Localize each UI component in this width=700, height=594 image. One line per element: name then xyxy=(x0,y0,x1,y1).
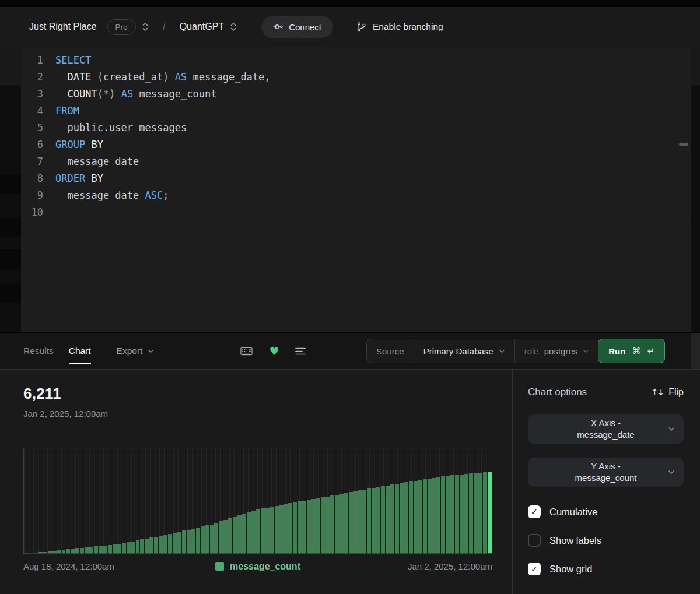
checkbox-label: Show grid xyxy=(550,564,592,575)
legend-swatch-icon xyxy=(215,562,224,571)
chart-bar xyxy=(140,539,144,553)
align-lines-icon[interactable] xyxy=(295,347,306,356)
chart-bar xyxy=(441,476,445,553)
x-axis-start-label: Aug 18, 2024, 12:00am xyxy=(23,561,114,571)
code-line[interactable]: 1SELECT xyxy=(21,51,691,68)
y-axis-select[interactable]: Y Axis - message_count xyxy=(528,458,684,487)
run-button[interactable]: Run ⌘ ↵ xyxy=(598,339,665,363)
chart-bar xyxy=(75,548,79,553)
chart-bar xyxy=(159,536,163,553)
enable-branching-button[interactable]: Enable branching xyxy=(356,22,443,32)
checkbox-cumulative[interactable]: ✓Cumulative xyxy=(528,505,684,518)
line-number: 10 xyxy=(21,206,43,218)
flip-button[interactable]: ↑↓ Flip xyxy=(651,387,684,398)
project-switcher-chevrons-icon[interactable] xyxy=(230,22,237,32)
latest-value: 6,211 xyxy=(23,385,492,403)
right-rail-top-block xyxy=(691,47,700,85)
code-line[interactable]: 8ORDER BY xyxy=(21,170,691,187)
chart-bar xyxy=(432,478,436,554)
chart-bar xyxy=(205,525,209,553)
chart-bar xyxy=(446,476,450,553)
code-text: FROM xyxy=(55,105,79,117)
checkbox-checked-icon[interactable]: ✓ xyxy=(528,563,541,575)
chart-bar xyxy=(455,475,459,553)
x-axis-select[interactable]: X Axis - message_date xyxy=(528,414,684,444)
chart-bar xyxy=(312,499,316,553)
left-rail-item[interactable] xyxy=(0,249,21,269)
tab-chart[interactable]: Chart xyxy=(69,346,91,356)
chart-bar xyxy=(418,480,422,553)
database-select[interactable]: Primary Database xyxy=(414,339,515,363)
line-number: 7 xyxy=(21,156,43,167)
latest-value-date: Jan 2, 2025, 12:00am xyxy=(23,409,492,419)
keyboard-icon[interactable] xyxy=(240,347,253,356)
checkbox-checked-icon[interactable]: ✓ xyxy=(528,505,541,518)
code-text: public.user_messages xyxy=(55,122,187,133)
left-rail-item[interactable] xyxy=(0,218,21,237)
left-rail-item[interactable] xyxy=(0,283,21,303)
chart-bar xyxy=(326,497,330,553)
chart-bar xyxy=(409,481,413,553)
chart-bar xyxy=(302,501,306,553)
plot-area xyxy=(23,448,492,554)
chart-bar xyxy=(62,550,66,553)
chart-bar xyxy=(99,546,103,553)
chart-bar xyxy=(270,507,274,553)
export-menu-button[interactable]: Export xyxy=(117,346,155,356)
chart-bar xyxy=(187,530,191,554)
chart-bar xyxy=(293,502,297,553)
chevron-down-icon xyxy=(668,427,675,431)
code-line[interactable]: 9 message_date ASC; xyxy=(21,187,691,203)
chart-bar xyxy=(362,490,366,553)
chart-section: 6,211 Jan 2, 2025, 12:00am Aug 18, 2024,… xyxy=(0,369,700,594)
chart-bar xyxy=(233,517,237,553)
code-line[interactable]: 3 COUNT(*) AS message_count xyxy=(21,85,691,102)
code-line[interactable]: 2 DATE (created_at) AS message_date, xyxy=(21,68,691,85)
toolbar-scrollbar-block[interactable] xyxy=(691,333,700,369)
left-rail-item[interactable] xyxy=(0,175,21,194)
export-label: Export xyxy=(117,346,143,356)
chevron-down-icon xyxy=(148,349,154,353)
heart-icon[interactable]: ♥ xyxy=(269,345,279,357)
chart-bar xyxy=(228,518,232,553)
connect-button[interactable]: Connect xyxy=(261,16,333,38)
checkbox-show-labels[interactable]: Show labels xyxy=(528,534,684,547)
editor-scrollbar-thumb[interactable] xyxy=(679,143,688,146)
role-select-value: postgres xyxy=(544,346,578,356)
chart-bar xyxy=(395,484,399,553)
code-line[interactable]: 5 public.user_messages xyxy=(21,119,691,136)
chart-option-toggles: ✓CumulativeShow labels✓Show grid xyxy=(528,505,684,575)
checkbox-label: Show labels xyxy=(550,535,601,546)
chart-bar xyxy=(149,537,153,553)
code-line[interactable]: 7 message_date xyxy=(21,153,691,170)
chart-bar xyxy=(265,508,270,553)
chart-bar xyxy=(57,550,61,553)
chart-bar xyxy=(330,495,334,553)
chart-bar xyxy=(335,495,339,553)
chart-bar xyxy=(242,514,246,553)
chart-bar xyxy=(428,479,432,553)
chart-bar xyxy=(251,511,256,553)
chart-bar xyxy=(163,535,167,554)
plug-icon xyxy=(273,22,283,31)
chart-bar xyxy=(344,493,348,553)
project-name[interactable]: QuantGPT xyxy=(180,22,224,32)
workspace-name[interactable]: Just Right Place xyxy=(29,22,97,32)
code-line[interactable]: 10 xyxy=(21,203,691,220)
sql-editor[interactable]: 1SELECT2 DATE (created_at) AS message_da… xyxy=(21,47,691,332)
line-number: 1 xyxy=(21,54,43,66)
chart-bar xyxy=(108,545,112,553)
tab-results[interactable]: Results xyxy=(23,346,54,356)
legend[interactable]: message_count xyxy=(215,561,300,572)
code-line[interactable]: 4FROM xyxy=(21,102,691,119)
checkbox-show-grid[interactable]: ✓Show grid xyxy=(528,563,684,575)
role-select[interactable]: role postgres xyxy=(515,339,599,363)
code-line[interactable]: 6GROUP BY xyxy=(21,136,691,153)
checkbox-unchecked-icon[interactable] xyxy=(528,534,541,547)
x-axis-end-label: Jan 2, 2025, 12:00am xyxy=(408,561,492,571)
chart-bar xyxy=(38,552,43,553)
workspace-switcher-chevrons-icon[interactable] xyxy=(142,22,149,32)
chart-bar xyxy=(460,475,464,553)
chart-bar xyxy=(182,530,186,553)
chart-bar xyxy=(154,537,158,553)
